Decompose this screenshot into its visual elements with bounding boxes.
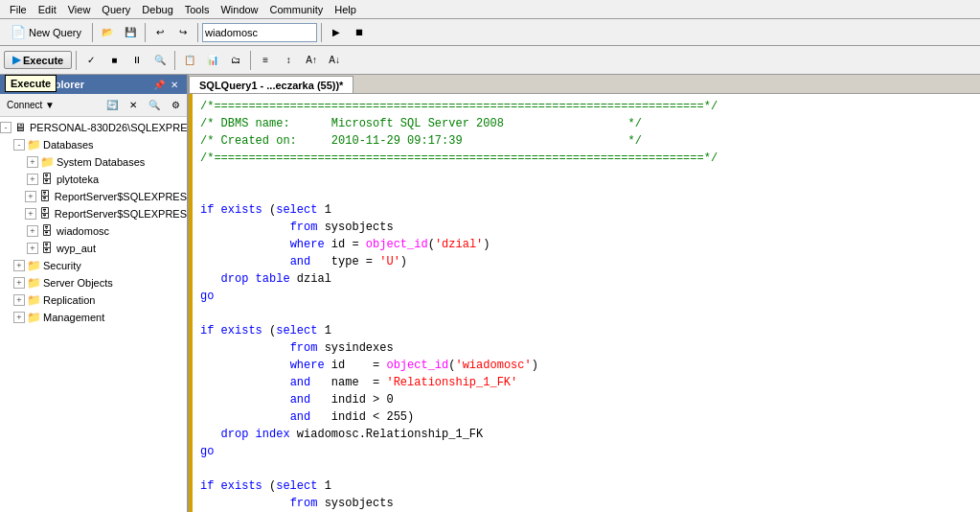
pin-button[interactable]: 📌 — [152, 78, 166, 91]
execute-button[interactable]: ▶ Execute Execute — [4, 51, 72, 69]
save-button[interactable]: 💾 — [120, 22, 141, 43]
new-query-button[interactable]: 📄 New Query — [4, 22, 88, 43]
plytoteka-toggle[interactable]: + — [27, 174, 38, 185]
undo-button[interactable]: ↩ — [149, 22, 171, 43]
sql-sep-1 — [76, 51, 77, 70]
sql-btn-1[interactable]: ✓ — [80, 50, 102, 71]
reportserver2-toggle[interactable]: + — [25, 208, 36, 220]
plytoteka-icon: 🗄 — [39, 172, 55, 187]
wiadomosc-toggle[interactable]: + — [27, 225, 38, 237]
tree-security-node[interactable]: + 📁 Security — [0, 257, 187, 274]
reportserver2-icon: 🗄 — [37, 206, 53, 221]
menu-bar: File Edit View Query Debug Tools Window … — [0, 0, 980, 19]
server-input[interactable] — [202, 23, 317, 42]
sql-btn-3[interactable]: ⏸ — [126, 50, 148, 71]
tree-db-wyp_aut[interactable]: + 🗄 wyp_aut — [0, 240, 187, 257]
tree-server-node[interactable]: - 🖥 PERSONAL-830D26\SQLEXPRESS — [0, 119, 187, 136]
oe-btn-3[interactable]: 🔍 — [145, 97, 164, 114]
code-line-blank2 — [200, 184, 972, 201]
tree-db-reportserver2[interactable]: + 🗄 ReportServer$SQLEXPRES — [0, 205, 187, 222]
wiadomosc-label: wiadomosc — [57, 225, 109, 237]
menu-help[interactable]: Help — [329, 3, 362, 16]
sql-btn-10[interactable]: A↑ — [301, 50, 322, 71]
panel-header-buttons: 📌 ✕ — [152, 78, 181, 91]
open-button[interactable]: 📂 — [97, 22, 118, 43]
tree-server-objects-node[interactable]: + 📁 Server Objects — [0, 274, 187, 291]
menu-file[interactable]: File — [4, 3, 33, 16]
code-line-16: and indid < 255) — [200, 408, 972, 426]
code-line-10: go — [200, 288, 972, 305]
security-label: Security — [43, 260, 81, 271]
code-line-blank4 — [200, 460, 972, 477]
query-tab[interactable]: SQLQuery1 - ...eczarka (55))* — [189, 76, 353, 93]
wyp_aut-icon: 🗄 — [39, 241, 55, 256]
sql-sep-2 — [174, 51, 175, 70]
systemdb-label: System Databases — [57, 156, 145, 168]
systemdb-toggle[interactable]: + — [27, 156, 38, 168]
code-editor[interactable]: /*======================================… — [189, 94, 980, 512]
wiadomosc-icon: 🗄 — [39, 223, 55, 239]
menu-query[interactable]: Query — [96, 3, 136, 16]
management-toggle[interactable]: + — [13, 312, 25, 323]
server-toggle[interactable]: - — [0, 122, 11, 133]
separator-4 — [321, 23, 322, 42]
close-panel-button[interactable]: ✕ — [168, 78, 181, 91]
replication-label: Replication — [43, 294, 95, 306]
toolbar-btn-extra2[interactable]: ⏹ — [349, 22, 370, 43]
oe-btn-4[interactable]: ⚙ — [166, 97, 185, 114]
code-line-17: drop index wiadomosc.Relationship_1_FK — [200, 426, 972, 443]
sql-btn-5[interactable]: 📋 — [179, 50, 200, 71]
code-line-11: if exists (select 1 — [200, 322, 972, 339]
toolbar-btn-extra1[interactable]: ▶ — [326, 22, 347, 43]
code-line-1: /*======================================… — [200, 98, 972, 115]
sql-btn-11[interactable]: A↓ — [324, 50, 345, 71]
code-line-18: go — [200, 443, 972, 460]
databases-toggle[interactable]: - — [13, 139, 25, 151]
sql-btn-7[interactable]: 🗂 — [225, 50, 246, 71]
databases-icon: 📁 — [26, 137, 41, 152]
code-line-19: if exists (select 1 — [200, 477, 972, 495]
server-objects-toggle[interactable]: + — [13, 277, 25, 289]
tree-db-wiadomosc[interactable]: + 🗄 wiadomosc — [0, 222, 187, 240]
code-line-20: from sysobjects — [200, 495, 972, 512]
reportserver1-toggle[interactable]: + — [25, 191, 36, 202]
code-line-15: and indid > 0 — [200, 391, 972, 408]
tree-management-node[interactable]: + 📁 Management — [0, 309, 187, 326]
oe-btn-1[interactable]: 🔄 — [103, 97, 122, 114]
separator-1 — [92, 23, 93, 42]
menu-tools[interactable]: Tools — [179, 3, 216, 16]
menu-edit[interactable]: Edit — [33, 3, 62, 16]
tree-db-reportserver1[interactable]: + 🗄 ReportServer$SQLEXPRES — [0, 188, 187, 205]
replication-toggle[interactable]: + — [13, 294, 25, 306]
main-layout: Object Explorer 📌 ✕ Connect ▼ 🔄 ✕ 🔍 ⚙ - … — [0, 75, 980, 512]
separator-3 — [197, 23, 198, 42]
object-explorer-panel: Object Explorer 📌 ✕ Connect ▼ 🔄 ✕ 🔍 ⚙ - … — [0, 75, 189, 512]
code-line-8: and type = 'U') — [200, 253, 972, 270]
redo-button[interactable]: ↪ — [172, 22, 194, 43]
security-toggle[interactable]: + — [13, 260, 25, 271]
security-icon: 📁 — [26, 258, 41, 273]
wyp_aut-toggle[interactable]: + — [27, 243, 38, 254]
tree-replication-node[interactable]: + 📁 Replication — [0, 291, 187, 309]
sql-btn-9[interactable]: ↕ — [278, 50, 299, 71]
main-toolbar: 📄 New Query 📂 💾 ↩ ↪ ▶ ⏹ — [0, 19, 980, 46]
systemdb-icon: 📁 — [39, 154, 55, 170]
sql-toolbar: ▶ Execute Execute ✓ ■ ⏸ 🔍 📋 📊 🗂 ≡ ↕ A↑ A… — [0, 46, 980, 75]
sql-btn-8[interactable]: ≡ — [255, 50, 276, 71]
menu-view[interactable]: View — [62, 3, 97, 16]
execute-tooltip: Execute — [5, 75, 57, 92]
sql-btn-2[interactable]: ■ — [103, 50, 125, 71]
code-line-7: where id = object_id('dzial') — [200, 236, 972, 253]
menu-debug[interactable]: Debug — [136, 3, 178, 16]
menu-window[interactable]: Window — [215, 3, 263, 16]
tree-databases-node[interactable]: - 📁 Databases — [0, 136, 187, 153]
reportserver1-label: ReportServer$SQLEXPRES — [55, 191, 187, 202]
tree-systemdb-node[interactable]: + 📁 System Databases — [0, 153, 187, 171]
plytoteka-label: plytoteka — [57, 174, 99, 185]
connect-button[interactable]: Connect ▼ — [2, 97, 59, 114]
sql-btn-6[interactable]: 📊 — [202, 50, 223, 71]
menu-community[interactable]: Community — [264, 3, 330, 16]
tree-db-plytoteka[interactable]: + 🗄 plytoteka — [0, 171, 187, 188]
oe-btn-2[interactable]: ✕ — [124, 97, 143, 114]
sql-btn-4[interactable]: 🔍 — [149, 50, 171, 71]
